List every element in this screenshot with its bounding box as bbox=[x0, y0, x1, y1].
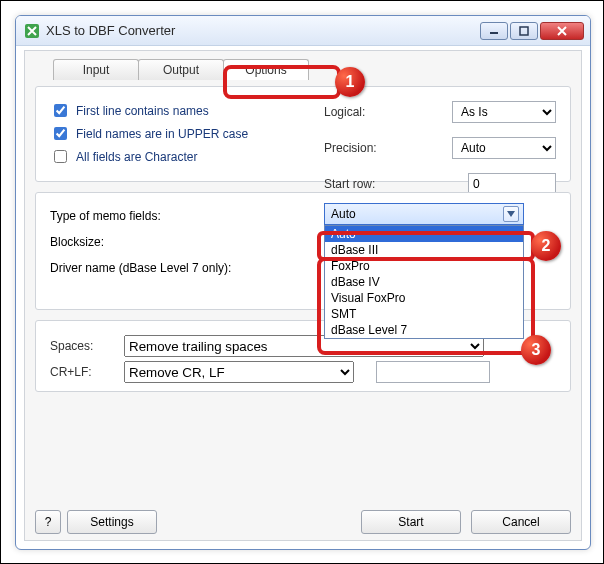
top-right-group: Logical: As Is Precision: Auto Start row… bbox=[324, 97, 556, 199]
memo-type-label: Type of memo fields: bbox=[50, 209, 161, 223]
window-title: XLS to DBF Converter bbox=[46, 23, 480, 38]
options-panel-top: First line contains names Field names ar… bbox=[35, 86, 571, 182]
crlf-select[interactable]: Remove CR, LF bbox=[124, 361, 354, 383]
precision-select[interactable]: Auto bbox=[452, 137, 556, 159]
footer: ? Settings Start Cancel bbox=[35, 510, 571, 534]
memo-option[interactable]: FoxPro bbox=[325, 258, 523, 274]
memo-option[interactable]: dBase IV bbox=[325, 274, 523, 290]
app-window: XLS to DBF Converter Input Output Option… bbox=[15, 15, 591, 550]
memo-select-wrap: Auto Auto dBase III FoxPro dBase IV Visu… bbox=[324, 203, 524, 225]
allchar-checkbox-input[interactable] bbox=[54, 150, 67, 163]
upper-label: Field names are in UPPER case bbox=[76, 127, 248, 141]
spaces-label: Spaces: bbox=[50, 339, 110, 353]
app-icon bbox=[24, 23, 40, 39]
client-area: Input Output Options First line contains… bbox=[24, 50, 582, 541]
minimize-icon bbox=[489, 26, 499, 36]
titlebar: XLS to DBF Converter bbox=[16, 16, 590, 46]
startrow-label: Start row: bbox=[324, 177, 392, 191]
maximize-icon bbox=[519, 26, 529, 36]
svg-rect-2 bbox=[520, 27, 528, 35]
start-button[interactable]: Start bbox=[361, 510, 461, 534]
close-icon bbox=[556, 25, 568, 37]
tab-bar: Input Output Options bbox=[35, 59, 571, 80]
maximize-button[interactable] bbox=[510, 22, 538, 40]
dropdown-arrow-icon bbox=[503, 206, 519, 222]
tab-output[interactable]: Output bbox=[138, 59, 224, 80]
cancel-button[interactable]: Cancel bbox=[471, 510, 571, 534]
upper-checkbox[interactable]: Field names are in UPPER case bbox=[50, 124, 248, 143]
crlf-label: CR+LF: bbox=[50, 365, 110, 379]
crlf-extra-field[interactable] bbox=[376, 361, 490, 383]
memo-type-value: Auto bbox=[331, 207, 356, 221]
memo-option[interactable]: Auto bbox=[325, 226, 523, 242]
memo-option[interactable]: dBase Level 7 bbox=[325, 322, 523, 338]
memo-type-dropdown[interactable]: Auto dBase III FoxPro dBase IV Visual Fo… bbox=[324, 225, 524, 339]
tab-input[interactable]: Input bbox=[53, 59, 139, 80]
first-line-checkbox[interactable]: First line contains names bbox=[50, 101, 209, 120]
first-line-checkbox-input[interactable] bbox=[54, 104, 67, 117]
driver-label: Driver name (dBase Level 7 only): bbox=[50, 261, 231, 275]
memo-option[interactable]: SMT bbox=[325, 306, 523, 322]
memo-option[interactable]: dBase III bbox=[325, 242, 523, 258]
close-button[interactable] bbox=[540, 22, 584, 40]
help-button[interactable]: ? bbox=[35, 510, 61, 534]
allchar-checkbox[interactable]: All fields are Character bbox=[50, 147, 197, 166]
precision-label: Precision: bbox=[324, 141, 392, 155]
allchar-label: All fields are Character bbox=[76, 150, 197, 164]
minimize-button[interactable] bbox=[480, 22, 508, 40]
tab-options[interactable]: Options bbox=[223, 59, 309, 80]
settings-button[interactable]: Settings bbox=[67, 510, 157, 534]
upper-checkbox-input[interactable] bbox=[54, 127, 67, 140]
window-buttons bbox=[480, 22, 584, 40]
logical-select[interactable]: As Is bbox=[452, 101, 556, 123]
logical-label: Logical: bbox=[324, 105, 392, 119]
memo-option[interactable]: Visual FoxPro bbox=[325, 290, 523, 306]
blocksize-label: Blocksize: bbox=[50, 235, 104, 249]
memo-type-select[interactable]: Auto bbox=[324, 203, 524, 225]
memo-panel: Type of memo fields: Blocksize: Driver n… bbox=[35, 192, 571, 310]
first-line-label: First line contains names bbox=[76, 104, 209, 118]
